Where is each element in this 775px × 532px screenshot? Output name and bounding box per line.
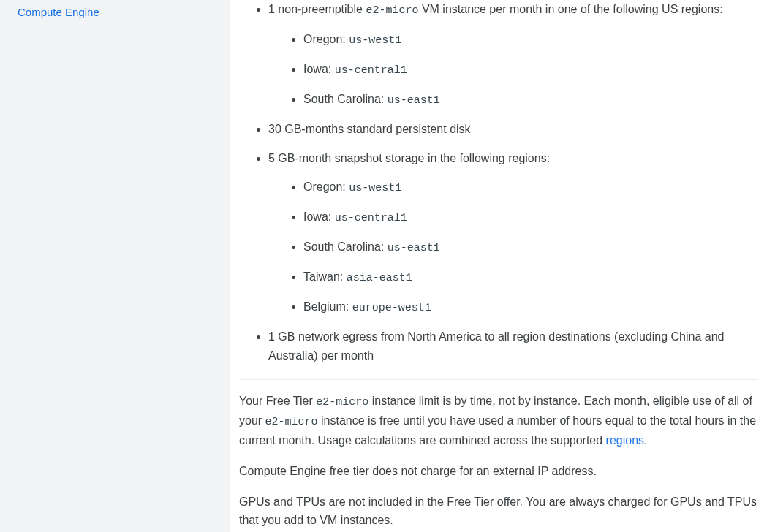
list-item: 1 non-preemptible e2-micro VM instance p… bbox=[268, 0, 757, 110]
text: Oregon: bbox=[303, 180, 349, 193]
text: Iowa: bbox=[303, 63, 335, 75]
sidebar: Compute Engine bbox=[0, 0, 230, 532]
list-item: Oregon: us-west1 bbox=[303, 178, 757, 197]
list-item: Oregon: us-west1 bbox=[303, 30, 757, 50]
text: South Carolina: bbox=[303, 240, 388, 253]
text: Oregon: bbox=[303, 33, 349, 45]
text: Your Free Tier bbox=[239, 395, 316, 407]
paragraph-free-tier-limit: Your Free Tier e2-micro instance limit i… bbox=[239, 392, 757, 450]
region-list-2: Oregon: us-west1 Iowa: us-central1 South… bbox=[268, 178, 757, 317]
list-item: Iowa: us-central1 bbox=[303, 60, 757, 80]
text: Taiwan: bbox=[303, 270, 347, 283]
paragraph-external-ip: Compute Engine free tier does not charge… bbox=[239, 462, 757, 481]
code-literal: asia-east1 bbox=[347, 272, 412, 284]
paragraph-gpu-tpu: GPUs and TPUs are not included in the Fr… bbox=[239, 493, 757, 530]
region-list-1: Oregon: us-west1 Iowa: us-central1 South… bbox=[268, 30, 757, 110]
text: . bbox=[644, 434, 647, 446]
code-literal: europe-west1 bbox=[352, 302, 431, 314]
list-item: 30 GB-months standard persistent disk bbox=[268, 120, 757, 139]
code-literal: us-west1 bbox=[349, 182, 401, 194]
text: 1 non-preemptible bbox=[268, 3, 366, 15]
list-item: South Carolina: us-east1 bbox=[303, 238, 757, 257]
regions-link[interactable]: regions bbox=[606, 434, 644, 446]
code-literal: us-west1 bbox=[349, 34, 401, 47]
text: 5 GB-month snapshot storage in the follo… bbox=[268, 152, 550, 164]
code-literal: us-east1 bbox=[388, 242, 440, 254]
code-literal: us-central1 bbox=[335, 64, 407, 77]
text: Iowa: bbox=[303, 210, 335, 223]
code-literal: e2-micro bbox=[316, 396, 368, 408]
text: South Carolina: bbox=[303, 93, 388, 105]
free-tier-list: 1 non-preemptible e2-micro VM instance p… bbox=[239, 0, 757, 365]
code-literal: e2-micro bbox=[366, 4, 418, 17]
code-literal: us-central1 bbox=[335, 212, 407, 224]
main-content: 1 non-preemptible e2-micro VM instance p… bbox=[230, 0, 775, 532]
divider bbox=[239, 379, 757, 380]
list-item: Iowa: us-central1 bbox=[303, 208, 757, 227]
code-literal: us-east1 bbox=[388, 94, 440, 107]
code-literal: e2-micro bbox=[265, 416, 318, 428]
list-item: 5 GB-month snapshot storage in the follo… bbox=[268, 149, 757, 318]
sidebar-compute-engine-link[interactable]: Compute Engine bbox=[18, 6, 99, 18]
list-item: Belgium: europe-west1 bbox=[303, 297, 757, 317]
text: VM instance per month in one of the foll… bbox=[418, 3, 722, 15]
list-item: 1 GB network egress from North America t… bbox=[268, 327, 757, 365]
text: Belgium: bbox=[303, 300, 352, 313]
list-item: South Carolina: us-east1 bbox=[303, 90, 757, 110]
list-item: Taiwan: asia-east1 bbox=[303, 267, 757, 287]
